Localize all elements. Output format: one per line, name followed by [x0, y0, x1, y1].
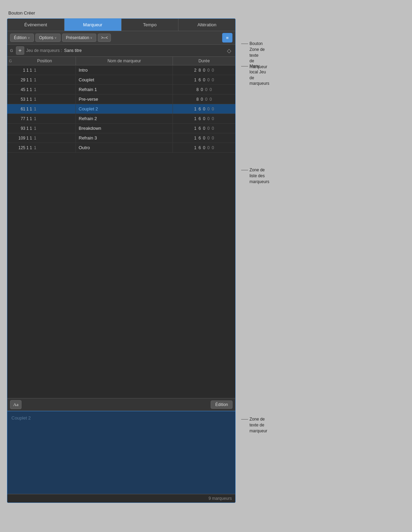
cell-position: 77 1 1 1: [14, 114, 76, 123]
pos-sub1: 1: [26, 78, 29, 82]
pos-sub2: 1: [30, 126, 32, 131]
tab-tempo[interactable]: Tempo: [122, 19, 179, 31]
pos-sub3: 1: [33, 145, 37, 150]
tab-bar: Événement Marqueur Tempo Altération: [7, 19, 235, 31]
marker-row[interactable]: 1 1 1 1 Intro 2800 0: [7, 65, 235, 75]
presentation-menu-button[interactable]: Présentation ∨: [62, 34, 96, 42]
tab-evenement[interactable]: Événement: [7, 19, 64, 31]
toolbar-row: Édition ∨ Options ∨ Présentation ∨ >ꟷ< ≡: [7, 31, 235, 45]
tab-alteration[interactable]: Altération: [178, 19, 235, 31]
pos-sub3: 1: [33, 126, 37, 131]
edition-menu-button[interactable]: Édition ∨: [10, 34, 34, 42]
tab-marqueur[interactable]: Marqueur: [64, 19, 122, 31]
marker-row[interactable]: 109 1 1 1 Refrain 3 1600 0: [7, 133, 235, 143]
add-marker-button[interactable]: +: [16, 46, 24, 55]
dur-num: 8: [199, 68, 201, 73]
status-bar: 9 marqueurs: [7, 494, 235, 503]
cell-position: 109 1 1 1: [14, 134, 76, 143]
edition-bottom-button[interactable]: Édition: [211, 400, 233, 409]
edition-chevron-icon: ∨: [28, 36, 30, 39]
cell-marker-name: Outro: [76, 143, 173, 152]
col-g-header: G: [7, 57, 14, 64]
dur-num: 0: [207, 107, 210, 111]
status-label: 9 marqueurs: [209, 496, 232, 501]
pos-sub2: 1: [30, 145, 32, 150]
col-position-header: Position: [14, 57, 76, 65]
cell-duration: 1600 0: [173, 114, 235, 123]
dur-num: 6: [199, 107, 201, 111]
dur-num: 1: [194, 107, 196, 111]
dur-num: 0: [207, 78, 210, 82]
dur-num: 1: [194, 126, 196, 131]
dur-num: 1: [194, 136, 196, 141]
markerset-menu-button[interactable]: ◇: [226, 47, 233, 55]
cell-marker-name: Refrain 1: [76, 85, 173, 94]
presentation-label: Présentation: [66, 35, 89, 40]
marker-row[interactable]: 29 1 1 1 Couplet 1600 0: [7, 75, 235, 85]
edition-label: Édition: [14, 35, 27, 40]
dur-num: 8: [196, 97, 199, 102]
dur-extra: 0: [212, 136, 214, 141]
dur-num: 0: [207, 68, 210, 73]
markerset-name: Sans titre: [64, 48, 82, 53]
dur-num: 1: [194, 116, 196, 121]
options-menu-button[interactable]: Options ∨: [35, 34, 61, 42]
g-label: G: [10, 48, 13, 53]
cell-duration: 800 0: [173, 85, 235, 94]
dur-num: 8: [196, 87, 199, 92]
marker-row[interactable]: 61 1 1 1 Couplet 2 1600 0: [7, 104, 235, 114]
cell-marker-name: Couplet: [76, 75, 173, 84]
annotation-text: Zone de texte de marqueur: [249, 416, 267, 434]
dur-num: 0: [207, 126, 210, 131]
pos-main: 93: [15, 126, 25, 131]
dur-extra: 0: [212, 145, 214, 150]
pos-sub1: 1: [26, 97, 29, 102]
pos-sub1: 1: [26, 116, 29, 121]
cell-duration: 1600 0: [173, 143, 235, 152]
dur-num: 1: [194, 145, 196, 150]
cell-marker-name: Breakdown: [76, 124, 173, 133]
annotation-text: Menu local Jeu de marqueurs: [249, 63, 269, 87]
dur-num: 0: [203, 107, 205, 111]
list-view-button[interactable]: ≡: [222, 33, 233, 43]
marker-row[interactable]: 93 1 1 1 Breakdown 1600 0: [7, 124, 235, 133]
annotation-1: Menu local Jeu de marqueurs: [241, 63, 269, 87]
dur-extra: 0: [212, 68, 214, 73]
dur-extra: 0: [210, 87, 212, 92]
list-icon: ≡: [226, 35, 229, 40]
dur-num: 0: [207, 145, 210, 150]
filter-button[interactable]: >ꟷ<: [98, 34, 111, 42]
cell-position: 125 1 1 1: [14, 143, 76, 152]
marker-row[interactable]: 53 1 1 1 Pre-verse 800 0: [7, 94, 235, 104]
dur-num: 0: [203, 126, 205, 131]
cell-duration: 1600 0: [173, 105, 235, 114]
pos-sub3: 1: [33, 68, 37, 73]
pos-sub1: 1: [26, 107, 29, 111]
dur-num: 0: [203, 68, 205, 73]
marker-row[interactable]: 125 1 1 1 Outro 1600 0: [7, 143, 235, 153]
marker-list: 1 1 1 1 Intro 2800 0 29 1 1 1 Couplet: [7, 65, 235, 398]
dur-num: 0: [203, 136, 205, 141]
pos-sub3: 1: [33, 136, 37, 141]
font-button[interactable]: Aa: [10, 400, 21, 409]
dur-num: 6: [199, 136, 201, 141]
pos-sub1: 1: [26, 126, 29, 131]
marker-row[interactable]: 45 1 1 1 Refrain 1 800 0: [7, 85, 235, 94]
pos-sub3: 1: [33, 78, 37, 82]
pos-sub2: 1: [30, 136, 32, 141]
column-headers: G Position Nom de marqueur Durée: [7, 57, 235, 65]
text-zone[interactable]: Couplet 2: [7, 411, 235, 494]
pos-sub3: 1: [33, 87, 37, 92]
marker-row[interactable]: 77 1 1 1 Refrain 2 1600 0: [7, 114, 235, 124]
dur-extra: 0: [212, 126, 214, 131]
pos-sub3: 1: [33, 97, 37, 102]
dur-extra: 0: [212, 78, 214, 82]
markerset-row: G + Jeu de marqueurs : Sans titre ◇: [7, 45, 235, 57]
presentation-chevron-icon: ∨: [90, 36, 93, 39]
cell-marker-name: Refrain 3: [76, 133, 173, 143]
pos-sub2: 1: [30, 116, 32, 121]
pos-sub2: 1: [30, 78, 32, 82]
pos-main: 109: [15, 136, 25, 141]
dur-num: 6: [199, 78, 201, 82]
options-label: Options: [39, 35, 53, 40]
